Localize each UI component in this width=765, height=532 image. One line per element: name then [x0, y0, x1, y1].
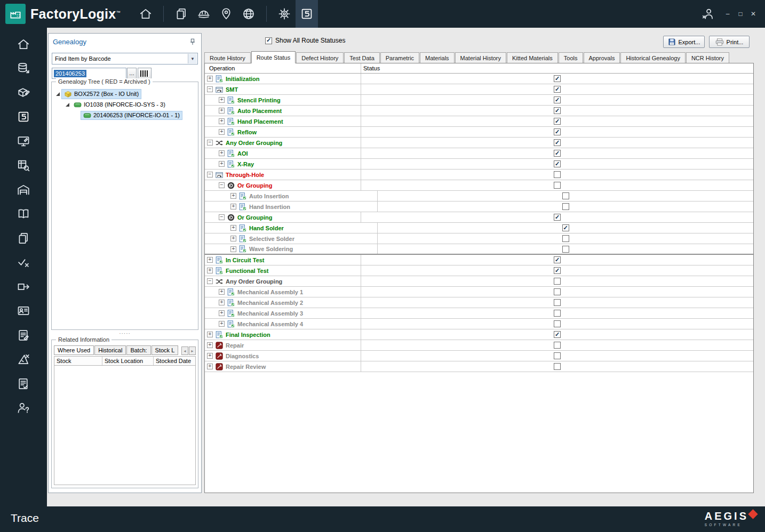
expand-button[interactable]: +	[207, 76, 213, 82]
status-checkbox[interactable]	[554, 128, 561, 135]
grid-row[interactable]: +Reflow	[205, 127, 753, 138]
grid-row[interactable]: −Any Order Grouping	[205, 138, 753, 148]
expand-button[interactable]: +	[207, 332, 213, 337]
tab-tools[interactable]: Tools	[559, 52, 583, 63]
expand-button[interactable]: +	[219, 97, 225, 103]
splitter-handle[interactable]: ·····	[49, 331, 201, 336]
tab-scroll-right-icon[interactable]: ►	[189, 346, 196, 355]
status-checkbox[interactable]	[554, 214, 561, 221]
tree-expander-icon[interactable]	[66, 103, 69, 107]
tab-scroll-left-icon[interactable]: ◄	[181, 346, 188, 355]
sidebar-item-warehouse[interactable]	[0, 178, 47, 202]
status-checkbox[interactable]	[554, 96, 561, 103]
status-checkbox[interactable]	[554, 320, 561, 327]
tab-kitted-materials[interactable]: Kitted Materials	[507, 52, 558, 63]
stock-column-header[interactable]: Stock Location	[102, 357, 154, 365]
maximize-button[interactable]: □	[734, 10, 747, 18]
status-checkbox[interactable]	[554, 363, 561, 370]
stock-column-header[interactable]: Stocked Date	[154, 357, 195, 365]
collapse-button[interactable]: −	[207, 140, 213, 146]
collapse-button[interactable]: −	[207, 172, 213, 178]
barcode-input[interactable]: 201406253	[52, 68, 126, 79]
grid-row[interactable]: +X-Ray	[205, 159, 753, 170]
status-checkbox[interactable]	[554, 75, 561, 82]
status-checkbox[interactable]	[554, 139, 561, 146]
sidebar-item-materials[interactable]	[0, 80, 47, 105]
documents-icon[interactable]	[170, 0, 193, 28]
sidebar-item-report[interactable]	[0, 372, 47, 396]
status-checkbox[interactable]	[554, 278, 561, 285]
sidebar-item-station[interactable]	[0, 129, 47, 154]
sidebar-item-support[interactable]	[0, 396, 47, 421]
related-tab-historical[interactable]: Historical	[94, 345, 126, 355]
stock-column-header[interactable]: Stock	[54, 357, 102, 365]
status-checkbox[interactable]	[554, 171, 561, 178]
search-mode-select[interactable]: Find Item by Barcode ▼	[52, 53, 198, 65]
tab-material-history[interactable]: Material History	[455, 52, 506, 63]
collapse-button[interactable]: −	[219, 182, 225, 188]
grid-row[interactable]: +Auto Insertion	[205, 191, 753, 201]
grid-row[interactable]: +Hand Placement	[205, 116, 753, 127]
expand-button[interactable]: +	[230, 193, 236, 199]
tab-test-data[interactable]: Test Data	[344, 52, 379, 63]
status-checkbox[interactable]	[554, 107, 561, 114]
grid-row[interactable]: +Mechanical Assembly 2	[205, 297, 753, 308]
related-tab-batch-[interactable]: Batch:	[126, 345, 150, 355]
status-checkbox[interactable]	[554, 267, 561, 274]
tab-materials[interactable]: Materials	[420, 52, 455, 63]
collapse-button[interactable]: −	[207, 86, 213, 92]
settings-gear-icon[interactable]	[273, 0, 296, 28]
tree-expander-icon[interactable]	[56, 92, 60, 96]
user-logout-icon[interactable]	[697, 0, 719, 28]
grid-row[interactable]: −Any Order Grouping	[205, 276, 753, 287]
grid-row[interactable]: +Stencil Printing	[205, 95, 753, 106]
expand-button[interactable]: +	[219, 118, 225, 124]
grid-row[interactable]: −Through-Hole	[205, 170, 753, 180]
grid-row[interactable]: +Repair	[205, 340, 753, 351]
grid-row[interactable]: +Wave Soldering	[205, 244, 753, 255]
grid-row[interactable]: +Mechanical Assembly 3	[205, 308, 753, 319]
expand-button[interactable]: +	[219, 289, 225, 295]
grid-row[interactable]: +Hand Solder	[205, 223, 753, 233]
tree-item[interactable]: BOX2572 (Box - IO Unit)	[53, 88, 197, 99]
status-checkbox[interactable]	[554, 182, 561, 189]
status-checkbox[interactable]	[562, 235, 569, 242]
expand-button[interactable]: +	[207, 342, 213, 348]
sidebar-item-production[interactable]	[0, 57, 47, 81]
tab-defect-history[interactable]: Defect History	[296, 52, 344, 63]
tab-historical-genealogy[interactable]: Historical Genealogy	[620, 52, 686, 63]
operation-column-header[interactable]: Operation	[205, 63, 361, 73]
status-checkbox[interactable]	[562, 203, 569, 210]
expand-button[interactable]: +	[230, 225, 236, 231]
home-icon[interactable]	[134, 0, 157, 28]
tab-parametric[interactable]: Parametric	[380, 52, 419, 63]
hardhat-icon[interactable]	[193, 0, 215, 28]
tab-route-history[interactable]: Route History	[204, 52, 251, 63]
status-checkbox[interactable]	[554, 256, 561, 263]
sidebar-item-data-query[interactable]	[0, 154, 47, 178]
expand-button[interactable]: +	[219, 300, 225, 305]
expand-button[interactable]: +	[230, 246, 236, 252]
show-all-checkbox[interactable]	[265, 37, 272, 44]
status-checkbox[interactable]	[554, 160, 561, 167]
location-pin-icon[interactable]	[215, 0, 237, 28]
tree-item[interactable]: IO1038 (INFORCE-IO-SYS - 3)	[53, 99, 197, 110]
expand-button[interactable]: +	[207, 268, 213, 273]
grid-row[interactable]: +AOI	[205, 148, 753, 159]
status-checkbox[interactable]	[554, 150, 561, 157]
grid-row[interactable]: −Or Grouping	[205, 180, 753, 191]
grid-row[interactable]: +Auto Placement	[205, 106, 753, 116]
status-checkbox[interactable]	[562, 224, 569, 231]
barcode-scan-button[interactable]	[138, 68, 152, 79]
status-checkbox[interactable]	[554, 86, 561, 93]
collapse-button[interactable]: −	[207, 278, 213, 284]
expand-button[interactable]: +	[207, 353, 213, 359]
grid-row[interactable]: +Diagnostics	[205, 351, 753, 361]
expand-button[interactable]: +	[219, 150, 225, 156]
status-checkbox[interactable]	[554, 331, 561, 338]
tab-ncr-history[interactable]: NCR History	[686, 52, 729, 63]
grid-row[interactable]: +Selective Solder	[205, 233, 753, 244]
grid-row[interactable]: +Final Inspection	[205, 329, 753, 340]
related-tab-where-used[interactable]: Where Used	[54, 345, 94, 355]
collapse-button[interactable]: −	[219, 214, 225, 220]
